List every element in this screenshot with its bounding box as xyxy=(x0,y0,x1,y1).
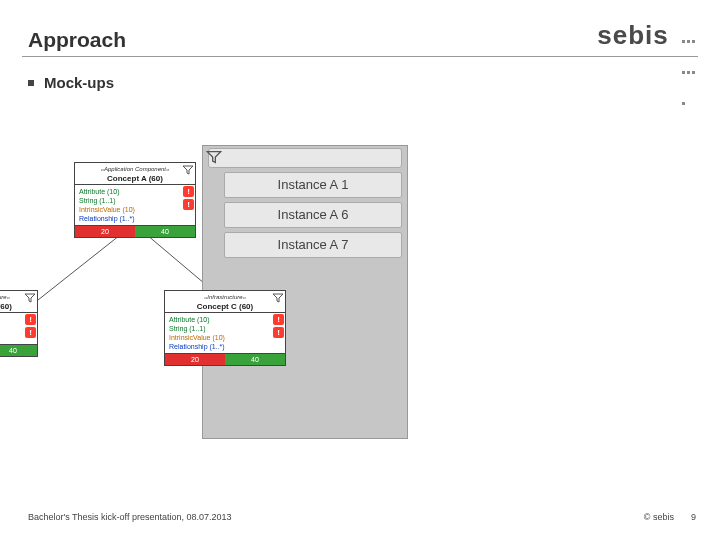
warning-icon[interactable]: ! xyxy=(183,186,194,197)
concept-a-count-red: 20 xyxy=(75,226,135,237)
concept-a-footer: 20 40 xyxy=(75,225,195,237)
concept-a-line1: String (1..1) xyxy=(79,196,181,205)
concept-box-a[interactable]: «Application Component» Concept A (60) A… xyxy=(74,162,196,238)
instance-row-a7[interactable]: Instance A 7 xyxy=(224,232,402,258)
page-title: Approach xyxy=(28,28,126,52)
brand-dots-icon xyxy=(681,20,696,113)
concept-a-attr: Attribute (10) xyxy=(79,187,181,196)
concept-c-count-green: 40 xyxy=(225,354,285,365)
filter-icon[interactable] xyxy=(24,292,36,304)
section-subtitle: Mock-ups xyxy=(28,74,114,91)
brand-logo: sebis xyxy=(597,20,696,113)
header-rule xyxy=(22,56,698,57)
warning-icon[interactable]: ! xyxy=(183,199,194,210)
warning-icon[interactable]: ! xyxy=(273,314,284,325)
filter-icon[interactable] xyxy=(182,164,194,176)
concept-c-footer: 20 40 xyxy=(165,353,285,365)
concept-c-stereotype: «Infrastructure» xyxy=(167,293,283,302)
instance-panel-header xyxy=(208,148,402,168)
warning-icon[interactable]: ! xyxy=(273,327,284,338)
concept-a-count-green: 40 xyxy=(135,226,195,237)
concept-c-line2: IntrinsicValue (10) xyxy=(169,333,271,342)
footer-right: © sebis xyxy=(644,512,674,522)
filter-icon[interactable] xyxy=(206,149,222,165)
footer-page-number: 9 xyxy=(691,512,696,522)
concept-a-line3: Relationship (1..*) xyxy=(79,214,181,223)
instance-row-a1[interactable]: Instance A 1 xyxy=(224,172,402,198)
concept-box-b[interactable]: «Infrastructure» ncept B (60) (10) alue … xyxy=(0,290,38,357)
concept-b-count-green: 40 xyxy=(0,345,37,356)
concept-c-header: «Infrastructure» Concept C (60) xyxy=(165,291,285,313)
filter-icon[interactable] xyxy=(272,292,284,304)
concept-c-body: Attribute (10) String (1..1) IntrinsicVa… xyxy=(165,313,285,353)
warning-icon[interactable]: ! xyxy=(25,327,36,338)
concept-c-name: Concept C (60) xyxy=(167,302,283,311)
footer-left: Bachelor's Thesis kick-off presentation,… xyxy=(28,512,232,522)
concept-b-footer: 40 xyxy=(0,344,37,356)
warning-icon[interactable]: ! xyxy=(25,314,36,325)
concept-c-count-red: 20 xyxy=(165,354,225,365)
concept-a-body: Attribute (10) String (1..1) IntrinsicVa… xyxy=(75,185,195,225)
concept-box-c[interactable]: «Infrastructure» Concept C (60) Attribut… xyxy=(164,290,286,366)
concept-c-line1: String (1..1) xyxy=(169,324,271,333)
concept-a-header: «Application Component» Concept A (60) xyxy=(75,163,195,185)
concept-a-line2: IntrinsicValue (10) xyxy=(79,205,181,214)
concept-c-line3: Relationship (1..*) xyxy=(169,342,271,351)
concept-b-line3: ip (1..*) xyxy=(0,333,23,342)
concept-b-body: (10) alue (10) ip (1..*) ! ! xyxy=(0,313,37,344)
concept-b-attr: (10) xyxy=(0,315,23,324)
concept-c-attr: Attribute (10) xyxy=(169,315,271,324)
concept-b-header: «Infrastructure» ncept B (60) xyxy=(0,291,37,313)
concept-b-line2: alue (10) xyxy=(0,324,23,333)
instance-row-a6[interactable]: Instance A 6 xyxy=(224,202,402,228)
concept-a-name: Concept A (60) xyxy=(77,174,193,183)
brand-text: sebis xyxy=(597,20,669,50)
concept-a-stereotype: «Application Component» xyxy=(77,165,193,174)
